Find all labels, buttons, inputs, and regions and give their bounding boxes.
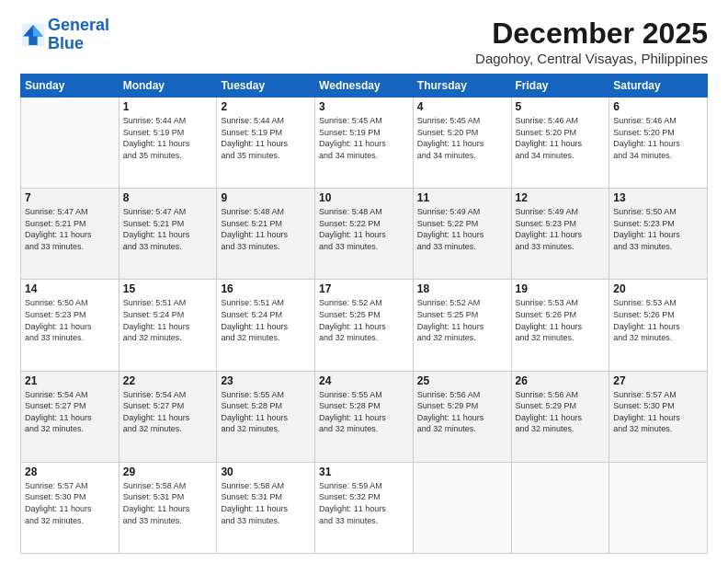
calendar-day-header: Saturday	[609, 75, 708, 98]
calendar-day-header: Tuesday	[217, 75, 315, 98]
calendar-day-cell: 12Sunrise: 5:49 AM Sunset: 5:23 PM Dayli…	[511, 189, 609, 280]
day-info: Sunrise: 5:58 AM Sunset: 5:31 PM Dayligh…	[221, 480, 311, 526]
calendar-week-row: 21Sunrise: 5:54 AM Sunset: 5:27 PM Dayli…	[21, 371, 708, 462]
day-info: Sunrise: 5:52 AM Sunset: 5:25 PM Dayligh…	[417, 297, 507, 343]
day-number: 22	[123, 374, 213, 387]
calendar-day-cell: 16Sunrise: 5:51 AM Sunset: 5:24 PM Dayli…	[217, 280, 315, 371]
calendar-day-cell: 31Sunrise: 5:59 AM Sunset: 5:32 PM Dayli…	[315, 462, 414, 553]
day-info: Sunrise: 5:51 AM Sunset: 5:24 PM Dayligh…	[221, 297, 311, 343]
calendar-day-cell	[609, 462, 708, 553]
calendar-week-row: 14Sunrise: 5:50 AM Sunset: 5:23 PM Dayli…	[21, 280, 708, 371]
calendar-day-cell: 28Sunrise: 5:57 AM Sunset: 5:30 PM Dayli…	[21, 462, 119, 553]
logo: General Blue	[20, 17, 109, 53]
day-info: Sunrise: 5:55 AM Sunset: 5:28 PM Dayligh…	[319, 389, 409, 435]
day-info: Sunrise: 5:50 AM Sunset: 5:23 PM Dayligh…	[25, 297, 115, 343]
location: Dagohoy, Central Visayas, Philippines	[475, 51, 708, 66]
logo-line1: General	[48, 16, 109, 34]
day-number: 5	[516, 100, 606, 113]
calendar-day-cell: 10Sunrise: 5:48 AM Sunset: 5:22 PM Dayli…	[315, 189, 414, 280]
day-info: Sunrise: 5:56 AM Sunset: 5:29 PM Dayligh…	[417, 389, 507, 435]
calendar-day-cell: 15Sunrise: 5:51 AM Sunset: 5:24 PM Dayli…	[119, 280, 217, 371]
calendar-week-row: 7Sunrise: 5:47 AM Sunset: 5:21 PM Daylig…	[21, 189, 708, 280]
calendar-day-cell: 19Sunrise: 5:53 AM Sunset: 5:26 PM Dayli…	[511, 280, 609, 371]
day-info: Sunrise: 5:46 AM Sunset: 5:20 PM Dayligh…	[516, 115, 606, 161]
day-number: 4	[417, 100, 507, 113]
day-info: Sunrise: 5:57 AM Sunset: 5:30 PM Dayligh…	[613, 389, 703, 435]
calendar-day-cell: 1Sunrise: 5:44 AM Sunset: 5:19 PM Daylig…	[119, 98, 217, 189]
day-number: 3	[319, 100, 409, 113]
calendar-day-cell: 30Sunrise: 5:58 AM Sunset: 5:31 PM Dayli…	[217, 462, 315, 553]
day-number: 1	[123, 100, 213, 113]
day-info: Sunrise: 5:54 AM Sunset: 5:27 PM Dayligh…	[25, 389, 115, 435]
calendar-day-cell: 13Sunrise: 5:50 AM Sunset: 5:23 PM Dayli…	[609, 189, 708, 280]
calendar-day-cell: 29Sunrise: 5:58 AM Sunset: 5:31 PM Dayli…	[119, 462, 217, 553]
day-info: Sunrise: 5:44 AM Sunset: 5:19 PM Dayligh…	[221, 115, 311, 161]
day-number: 10	[319, 191, 409, 204]
calendar-day-header: Sunday	[21, 75, 119, 98]
day-number: 6	[613, 100, 703, 113]
calendar-day-cell: 27Sunrise: 5:57 AM Sunset: 5:30 PM Dayli…	[609, 371, 708, 462]
day-info: Sunrise: 5:47 AM Sunset: 5:21 PM Dayligh…	[25, 206, 115, 252]
calendar-day-cell: 20Sunrise: 5:53 AM Sunset: 5:26 PM Dayli…	[609, 280, 708, 371]
calendar-day-header: Friday	[511, 75, 609, 98]
day-number: 18	[417, 282, 507, 295]
day-info: Sunrise: 5:49 AM Sunset: 5:22 PM Dayligh…	[417, 206, 507, 252]
day-info: Sunrise: 5:55 AM Sunset: 5:28 PM Dayligh…	[221, 389, 311, 435]
month-title: December 2025	[475, 17, 708, 51]
calendar-day-header: Thursday	[413, 75, 511, 98]
calendar-day-cell: 8Sunrise: 5:47 AM Sunset: 5:21 PM Daylig…	[119, 189, 217, 280]
calendar-day-cell: 21Sunrise: 5:54 AM Sunset: 5:27 PM Dayli…	[21, 371, 119, 462]
calendar-day-cell: 4Sunrise: 5:45 AM Sunset: 5:20 PM Daylig…	[413, 98, 511, 189]
day-number: 24	[319, 374, 409, 387]
day-info: Sunrise: 5:48 AM Sunset: 5:21 PM Dayligh…	[221, 206, 311, 252]
calendar-week-row: 28Sunrise: 5:57 AM Sunset: 5:30 PM Dayli…	[21, 462, 708, 553]
day-number: 17	[319, 282, 409, 295]
day-number: 2	[221, 100, 311, 113]
calendar-table: SundayMondayTuesdayWednesdayThursdayFrid…	[20, 74, 708, 554]
day-info: Sunrise: 5:53 AM Sunset: 5:26 PM Dayligh…	[516, 297, 606, 343]
day-info: Sunrise: 5:53 AM Sunset: 5:26 PM Dayligh…	[613, 297, 703, 343]
calendar-day-cell: 5Sunrise: 5:46 AM Sunset: 5:20 PM Daylig…	[511, 98, 609, 189]
day-number: 27	[613, 374, 703, 387]
day-info: Sunrise: 5:48 AM Sunset: 5:22 PM Dayligh…	[319, 206, 409, 252]
day-number: 21	[25, 374, 115, 387]
logo-text: General Blue	[48, 17, 109, 53]
day-number: 26	[516, 374, 606, 387]
calendar-day-cell: 14Sunrise: 5:50 AM Sunset: 5:23 PM Dayli…	[21, 280, 119, 371]
day-info: Sunrise: 5:56 AM Sunset: 5:29 PM Dayligh…	[516, 389, 606, 435]
day-number: 19	[516, 282, 606, 295]
day-number: 12	[516, 191, 606, 204]
day-number: 28	[25, 465, 115, 478]
day-info: Sunrise: 5:51 AM Sunset: 5:24 PM Dayligh…	[123, 297, 213, 343]
calendar-day-cell: 11Sunrise: 5:49 AM Sunset: 5:22 PM Dayli…	[413, 189, 511, 280]
calendar-day-cell: 24Sunrise: 5:55 AM Sunset: 5:28 PM Dayli…	[315, 371, 414, 462]
day-number: 30	[221, 465, 311, 478]
day-number: 29	[123, 465, 213, 478]
day-info: Sunrise: 5:54 AM Sunset: 5:27 PM Dayligh…	[123, 389, 213, 435]
calendar-day-header: Monday	[119, 75, 217, 98]
calendar-week-row: 1Sunrise: 5:44 AM Sunset: 5:19 PM Daylig…	[21, 98, 708, 189]
logo-line2: Blue	[48, 34, 84, 52]
calendar-day-cell: 7Sunrise: 5:47 AM Sunset: 5:21 PM Daylig…	[21, 189, 119, 280]
header: General Blue December 2025 Dagohoy, Cent…	[20, 17, 708, 66]
day-number: 31	[319, 465, 409, 478]
calendar-body: 1Sunrise: 5:44 AM Sunset: 5:19 PM Daylig…	[21, 98, 708, 554]
logo-icon	[20, 22, 46, 48]
day-number: 9	[221, 191, 311, 204]
day-number: 14	[25, 282, 115, 295]
calendar-day-cell	[413, 462, 511, 553]
title-block: December 2025 Dagohoy, Central Visayas, …	[475, 17, 708, 66]
calendar-day-cell: 2Sunrise: 5:44 AM Sunset: 5:19 PM Daylig…	[217, 98, 315, 189]
day-number: 23	[221, 374, 311, 387]
day-info: Sunrise: 5:45 AM Sunset: 5:20 PM Dayligh…	[417, 115, 507, 161]
day-info: Sunrise: 5:57 AM Sunset: 5:30 PM Dayligh…	[25, 480, 115, 526]
day-info: Sunrise: 5:52 AM Sunset: 5:25 PM Dayligh…	[319, 297, 409, 343]
calendar-day-cell: 23Sunrise: 5:55 AM Sunset: 5:28 PM Dayli…	[217, 371, 315, 462]
calendar-day-header: Wednesday	[315, 75, 414, 98]
day-info: Sunrise: 5:49 AM Sunset: 5:23 PM Dayligh…	[516, 206, 606, 252]
day-number: 20	[613, 282, 703, 295]
day-info: Sunrise: 5:59 AM Sunset: 5:32 PM Dayligh…	[319, 480, 409, 526]
day-number: 8	[123, 191, 213, 204]
day-number: 16	[221, 282, 311, 295]
day-info: Sunrise: 5:50 AM Sunset: 5:23 PM Dayligh…	[613, 206, 703, 252]
